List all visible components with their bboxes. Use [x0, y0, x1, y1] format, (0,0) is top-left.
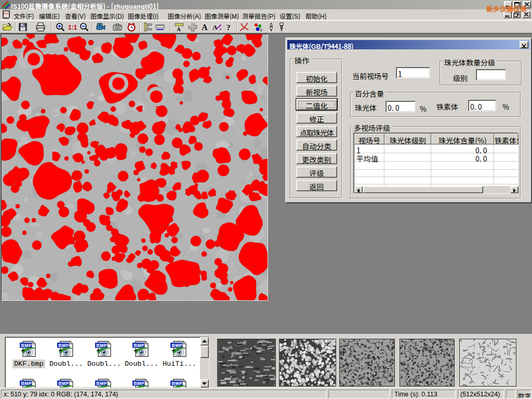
svg-text:A: A [202, 23, 208, 32]
svg-text:A: A [212, 23, 218, 31]
svg-text:BMP: BMP [134, 381, 144, 386]
svg-text:BMP: BMP [97, 381, 107, 386]
svg-text:BMP: BMP [172, 381, 182, 386]
svg-text:BMP: BMP [21, 343, 32, 348]
svg-text:BMP: BMP [134, 343, 144, 348]
svg-text:3: 3 [260, 28, 262, 32]
svg-text:BMP: BMP [172, 343, 182, 348]
svg-text:BMP: BMP [59, 381, 69, 386]
svg-text:BMP: BMP [97, 343, 107, 348]
svg-text:?: ? [227, 23, 231, 32]
svg-text:BMP: BMP [59, 343, 69, 348]
svg-text:DOC: DOC [4, 12, 10, 15]
svg-text:BMP: BMP [21, 381, 32, 386]
svg-text:A: A [177, 26, 181, 32]
svg-text:1:1: 1:1 [68, 24, 77, 31]
